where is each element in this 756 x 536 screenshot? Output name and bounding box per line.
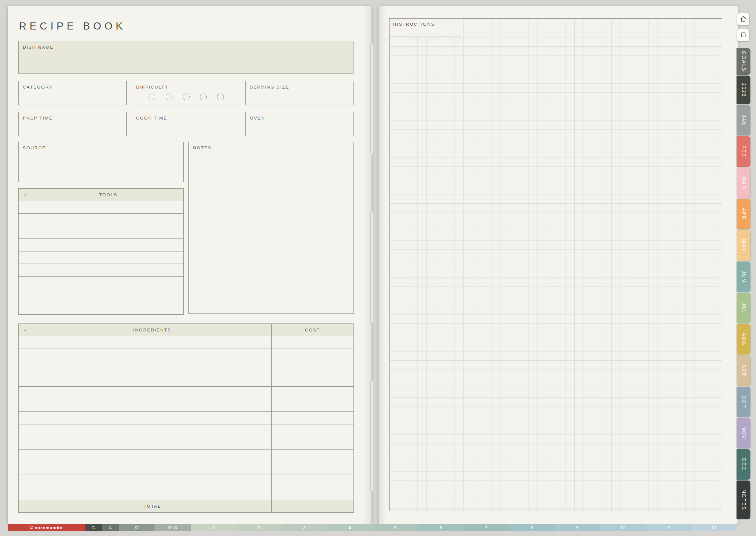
tool-name-cell[interactable] xyxy=(33,239,184,251)
ingredient-check-cell[interactable] xyxy=(18,437,33,450)
notes-field[interactable]: NOTES xyxy=(189,142,354,314)
ingredient-check-cell[interactable] xyxy=(18,336,33,349)
ingredient-check-cell[interactable] xyxy=(18,487,33,500)
ingredient-check-cell[interactable] xyxy=(18,349,33,361)
ingredient-check-cell[interactable] xyxy=(18,412,33,424)
prep-time-field[interactable]: PREP TIME xyxy=(18,112,127,136)
tab-g[interactable]: G xyxy=(85,524,102,531)
week-tab-1[interactable]: 1 xyxy=(191,524,236,531)
tool-name-cell[interactable] xyxy=(33,302,184,314)
week-tab-11[interactable]: 11 xyxy=(645,524,691,531)
page-view-button[interactable] xyxy=(737,29,749,42)
difficulty-circle-1[interactable] xyxy=(149,93,155,100)
tab-dot-1[interactable] xyxy=(119,524,155,531)
ingredient-cost-cell[interactable] xyxy=(271,374,354,386)
tab-may[interactable]: MAY xyxy=(737,230,750,261)
ingredient-name-cell[interactable] xyxy=(33,487,271,500)
tool-name-cell[interactable] xyxy=(33,264,184,276)
tab-jul[interactable]: JUL xyxy=(737,293,750,323)
tab-sep[interactable]: SEP xyxy=(737,355,750,386)
ingredient-cost-cell[interactable] xyxy=(271,424,354,437)
difficulty-circle-3[interactable] xyxy=(183,93,189,100)
source-field[interactable]: SOURCE xyxy=(18,142,184,182)
tool-check-cell[interactable] xyxy=(18,214,33,226)
week-tab-12[interactable]: 12 xyxy=(691,524,737,531)
tab-2026[interactable]: 2026 xyxy=(737,76,750,104)
ingredient-check-cell[interactable] xyxy=(18,450,33,462)
ingredient-name-cell[interactable] xyxy=(33,475,271,487)
ingredient-name-cell[interactable] xyxy=(33,399,271,412)
week-tab-2[interactable]: 2 xyxy=(236,524,282,531)
difficulty-circle-5[interactable] xyxy=(217,93,224,100)
tool-check-cell[interactable] xyxy=(18,264,33,276)
ingredient-cost-cell[interactable] xyxy=(271,399,354,412)
tab-goals[interactable]: GOALS xyxy=(737,48,750,75)
tab-apr[interactable]: APR xyxy=(737,199,750,229)
ingredient-check-cell[interactable] xyxy=(18,399,33,412)
ingredient-check-cell[interactable] xyxy=(18,424,33,437)
ingredient-cost-cell[interactable] xyxy=(271,361,354,374)
tool-name-cell[interactable] xyxy=(33,277,184,289)
cook-time-field[interactable]: COOK TIME xyxy=(132,112,240,136)
ingredient-name-cell[interactable] xyxy=(33,462,271,475)
tool-check-cell[interactable] xyxy=(18,251,33,264)
week-tab-3[interactable]: 3 xyxy=(282,524,327,531)
tool-check-cell[interactable] xyxy=(18,302,33,314)
home-button[interactable] xyxy=(737,13,749,26)
tool-check-cell[interactable] xyxy=(18,226,33,239)
week-tab-5[interactable]: 5 xyxy=(373,524,418,531)
ingredient-check-cell[interactable] xyxy=(18,374,33,386)
ingredient-cost-cell[interactable] xyxy=(271,349,354,361)
tab-mar[interactable]: MAR xyxy=(737,168,750,198)
tool-name-cell[interactable] xyxy=(33,226,184,239)
week-tab-4[interactable]: 4 xyxy=(327,524,373,531)
ingredient-name-cell[interactable] xyxy=(33,361,271,374)
tab-dot-2[interactable] xyxy=(155,524,191,531)
week-tab-6[interactable]: 6 xyxy=(418,524,464,531)
difficulty-circle-2[interactable] xyxy=(166,93,172,100)
instructions-grid[interactable]: INSTRUCTIONS xyxy=(389,18,722,511)
ingredient-name-cell[interactable] xyxy=(33,424,271,437)
ingredient-name-cell[interactable] xyxy=(33,450,271,462)
tool-name-cell[interactable] xyxy=(33,201,184,214)
tab-dec[interactable]: DEC xyxy=(737,449,750,480)
ingredient-cost-cell[interactable] xyxy=(271,462,354,475)
ingredient-check-cell[interactable] xyxy=(18,475,33,487)
ingredient-cost-cell[interactable] xyxy=(271,386,354,399)
tool-check-cell[interactable] xyxy=(18,239,33,251)
tab-nov[interactable]: NOV xyxy=(737,418,750,448)
brand-tab[interactable]: © nozomunoto xyxy=(8,524,85,531)
tool-name-cell[interactable] xyxy=(33,251,184,264)
tab-feb[interactable]: FEB xyxy=(737,136,750,167)
tab-oct[interactable]: OCT xyxy=(737,386,750,417)
tab-jun[interactable]: JUN xyxy=(737,261,750,292)
ingredient-cost-cell[interactable] xyxy=(271,336,354,349)
tab-jan[interactable]: JAN xyxy=(737,105,750,135)
serving-size-field[interactable]: SERVING SIZE xyxy=(245,81,354,105)
ingredient-cost-cell[interactable] xyxy=(271,437,354,450)
ingredient-name-cell[interactable] xyxy=(33,412,271,424)
ingredient-name-cell[interactable] xyxy=(33,386,271,399)
tool-check-cell[interactable] xyxy=(18,277,33,289)
ingredient-name-cell[interactable] xyxy=(33,374,271,386)
tool-name-cell[interactable] xyxy=(33,289,184,302)
ingredient-cost-cell[interactable] xyxy=(271,450,354,462)
oven-field[interactable]: OVEN xyxy=(245,112,354,136)
week-tab-8[interactable]: 8 xyxy=(509,524,555,531)
ingredient-check-cell[interactable] xyxy=(18,386,33,399)
tab-a[interactable]: A xyxy=(102,524,119,531)
week-tab-10[interactable]: 10 xyxy=(600,524,645,531)
tool-check-cell[interactable] xyxy=(18,201,33,214)
difficulty-circle-4[interactable] xyxy=(200,93,207,100)
ingredient-cost-cell[interactable] xyxy=(271,475,354,487)
dish-name-field[interactable]: DISH NAME xyxy=(18,41,354,74)
ingredient-name-cell[interactable] xyxy=(33,437,271,450)
tab-aug[interactable]: AUG xyxy=(737,324,750,354)
total-cost-cell[interactable] xyxy=(271,500,354,512)
ingredient-check-cell[interactable] xyxy=(18,361,33,374)
tab-notes[interactable]: NOTES xyxy=(737,481,750,519)
ingredient-name-cell[interactable] xyxy=(33,349,271,361)
ingredient-name-cell[interactable] xyxy=(33,336,271,349)
ingredient-cost-cell[interactable] xyxy=(271,412,354,424)
week-tab-7[interactable]: 7 xyxy=(464,524,509,531)
